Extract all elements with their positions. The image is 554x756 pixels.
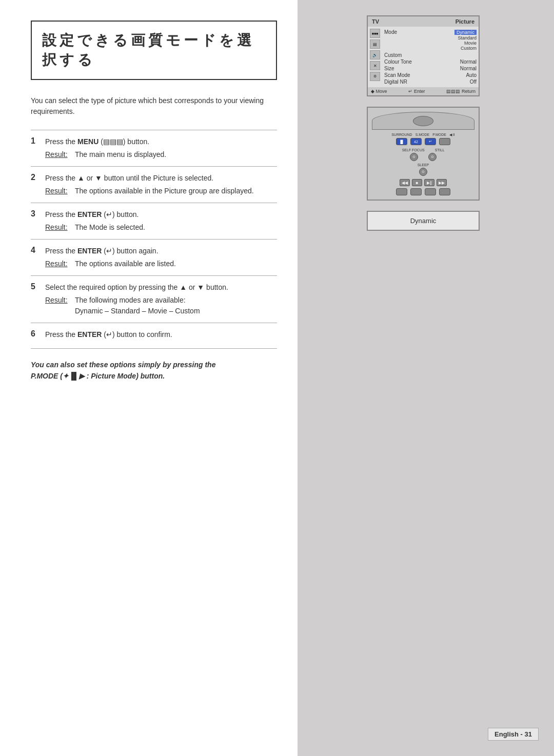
page-number: English - 31 bbox=[488, 728, 539, 741]
remote-btn-rewind[interactable]: ◀◀ bbox=[400, 179, 410, 186]
remote-btn-row-1: ▐▌ 42 ↵ bbox=[372, 138, 474, 145]
step-2-result-label: Result: bbox=[45, 186, 71, 196]
step-3-content: Press the ENTER (↵) button. Result: The … bbox=[45, 209, 277, 233]
remote-control: SURROUND S.MODE P.MODE ◀ II ▐▌ 42 ↵ SELF… bbox=[367, 107, 480, 201]
page: 設定できる画質モードを選択する You can select the type … bbox=[0, 0, 554, 756]
dynamic-label-text: Dynamic bbox=[410, 217, 437, 225]
step-2-content: Press the ▲ or ▼ button until the Pictur… bbox=[45, 173, 277, 196]
remote-label-row-1: SURROUND S.MODE P.MODE ◀ II bbox=[372, 133, 474, 137]
tv-scan-mode-label: Scan Mode bbox=[384, 72, 410, 78]
remote-btn-extra-1[interactable] bbox=[396, 188, 407, 195]
step-4: 4 Press the ENTER (↵) button again. Resu… bbox=[31, 239, 277, 275]
title-box: 設定できる画質モードを選択する bbox=[31, 21, 277, 80]
label-smode: S.MODE bbox=[416, 133, 430, 137]
step-3-number: 3 bbox=[31, 209, 45, 233]
step-1-number: 1 bbox=[31, 136, 45, 160]
tv-digital-nr-value: Off bbox=[470, 79, 477, 85]
step-1-result: Result: The main menu is displayed. bbox=[45, 149, 277, 160]
remote-btn-sleep[interactable]: ⊙ bbox=[419, 168, 427, 176]
remote-btn-selffocus[interactable]: ⊙ bbox=[410, 153, 418, 161]
tv-size-label: Size bbox=[384, 66, 394, 71]
tv-footer-enter: ↵ Enter bbox=[408, 89, 425, 94]
tv-footer-return: ▤▤▤ Return bbox=[446, 89, 476, 94]
tv-screen: TV Picture ■■■ ▤ 🔊 ✕ ⚙ Mode Dynamic bbox=[367, 15, 480, 96]
step-4-content: Press the ENTER (↵) button again. Result… bbox=[45, 246, 277, 269]
page-title: 設定できる画質モードを選択する bbox=[42, 31, 266, 70]
tv-screen-footer: ◆ Move ↵ Enter ▤▤▤ Return bbox=[368, 87, 479, 95]
label-selffocus: SELF FOCUS bbox=[402, 148, 425, 152]
step-3: 3 Press the ENTER (↵) button. Result: Th… bbox=[31, 203, 277, 239]
step-1-result-text: The main menu is displayed. bbox=[75, 149, 277, 160]
step-4-instruction: Press the ENTER (↵) button again. bbox=[45, 246, 277, 256]
remote-btn-pmode[interactable]: ↵ bbox=[425, 138, 436, 145]
tv-scan-mode-row: Scan Mode Auto bbox=[384, 72, 477, 78]
remote-btn-fastforward[interactable]: ▶▶ bbox=[437, 179, 447, 186]
tv-colour-tone-label: Colour Tone bbox=[384, 59, 412, 65]
step-5-number: 5 bbox=[31, 282, 45, 316]
tv-option-movie: Movie bbox=[464, 41, 477, 46]
tv-icon-bars: ▤ bbox=[370, 39, 380, 49]
step-5: 5 Select the required option by pressing… bbox=[31, 275, 277, 323]
tv-custom-label: Custom bbox=[384, 52, 402, 58]
step-5-result-label: Result: bbox=[45, 295, 71, 316]
step-2-number: 2 bbox=[31, 173, 45, 196]
step-1-result-label: Result: bbox=[45, 149, 71, 160]
step-1: 1 Press the MENU (▤▤▤) button. Result: T… bbox=[31, 130, 277, 166]
label-pmode: P.MODE bbox=[432, 133, 446, 137]
remote-btn-extra-2[interactable] bbox=[410, 188, 422, 195]
note-box: You can also set these options simply by… bbox=[31, 359, 277, 382]
tv-mode-label: Mode bbox=[384, 29, 397, 35]
steps-container: 1 Press the MENU (▤▤▤) button. Result: T… bbox=[31, 130, 277, 349]
tv-icon-settings: ⚙ bbox=[370, 72, 380, 81]
remote-btn-smode[interactable]: 42 bbox=[410, 138, 422, 145]
step-5-result: Result: The following modes are availabl… bbox=[45, 295, 277, 316]
note-text: You can also set these options simply by… bbox=[31, 359, 277, 382]
remote-btn-still[interactable]: ⊙ bbox=[428, 153, 437, 161]
remote-btn-extra-4[interactable] bbox=[439, 188, 450, 195]
label-ii: ◀ II bbox=[449, 133, 455, 137]
step-2-instruction: Press the ▲ or ▼ button until the Pictur… bbox=[45, 173, 277, 184]
step-3-result-text: The Mode is selected. bbox=[75, 222, 277, 233]
tv-custom-row: Custom bbox=[384, 52, 477, 58]
tv-icon-sound: 🔊 bbox=[370, 50, 380, 59]
label-surround: SURROUND bbox=[391, 133, 412, 137]
step-6-instruction: Press the ENTER (↵) button to confirm. bbox=[45, 329, 277, 340]
step-6-content: Press the ENTER (↵) button to confirm. bbox=[45, 329, 277, 342]
tv-icon-power: ■■■ bbox=[370, 29, 380, 38]
remote-transport-controls: ◀◀ ■ ▶‖ ▶▶ bbox=[372, 179, 474, 186]
step-6: 6 Press the ENTER (↵) button to confirm. bbox=[31, 323, 277, 349]
remote-btn-row-3: ⊙ bbox=[372, 168, 474, 176]
remote-btn-extra-3[interactable] bbox=[425, 188, 436, 195]
step-2: 2 Press the ▲ or ▼ button until the Pict… bbox=[31, 166, 277, 203]
remote-btn-surround[interactable]: ▐▌ bbox=[396, 138, 407, 145]
step-3-instruction: Press the ENTER (↵) button. bbox=[45, 209, 277, 220]
step-3-result: Result: The Mode is selected. bbox=[45, 222, 277, 233]
remote-btn-row-2: ⊙ ⊙ bbox=[372, 153, 474, 161]
remote-btn-playpause[interactable]: ▶‖ bbox=[424, 179, 434, 186]
tv-size-row: Size Normal bbox=[384, 65, 477, 72]
remote-btn-stop[interactable]: ■ bbox=[412, 179, 422, 186]
step-1-content: Press the MENU (▤▤▤) button. Result: The… bbox=[45, 136, 277, 160]
tv-screen-body: ■■■ ▤ 🔊 ✕ ⚙ Mode Dynamic Standard Movie bbox=[368, 27, 479, 87]
tv-icons-column: ■■■ ▤ 🔊 ✕ ⚙ bbox=[370, 29, 381, 85]
step-1-instruction: Press the MENU (▤▤▤) button. bbox=[45, 136, 277, 147]
tv-footer-move: ◆ Move bbox=[371, 89, 387, 94]
step-4-number: 4 bbox=[31, 246, 45, 269]
page-footer: English - 31 bbox=[488, 728, 539, 741]
remote-label-row-3: SLEEP bbox=[372, 163, 474, 167]
remote-btn-ii[interactable] bbox=[439, 138, 450, 145]
tv-colour-tone-row: Colour Tone Normal bbox=[384, 58, 477, 65]
sidebar: TV Picture ■■■ ▤ 🔊 ✕ ⚙ Mode Dynamic bbox=[298, 0, 554, 756]
step-3-result-label: Result: bbox=[45, 222, 71, 233]
remote-label-row-2: SELF FOCUS STILL bbox=[372, 148, 474, 152]
label-still: STILL bbox=[435, 148, 445, 152]
tv-colour-tone-value: Normal bbox=[460, 59, 477, 65]
step-4-result-text: The options available are listed. bbox=[75, 258, 277, 269]
tv-size-value: Normal bbox=[460, 66, 477, 71]
remote-btn-row-4 bbox=[372, 188, 474, 195]
step-4-result: Result: The options available are listed… bbox=[45, 258, 277, 269]
tv-icon-x: ✕ bbox=[370, 61, 380, 70]
step-4-result-label: Result: bbox=[45, 258, 71, 269]
main-content: 設定できる画質モードを選択する You can select the type … bbox=[0, 0, 298, 756]
tv-option-standard: Standard bbox=[458, 35, 477, 41]
